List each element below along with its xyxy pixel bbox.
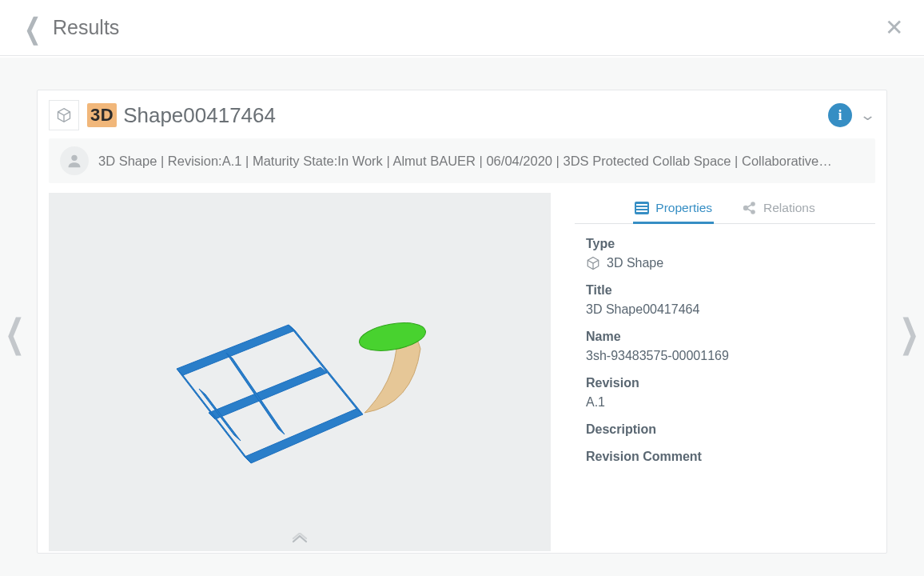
back-chevron-icon[interactable]: ❮ xyxy=(24,13,42,42)
properties-pane: Properties Relations Type xyxy=(575,193,875,551)
card-header: 3D Shape00417464 i ⌄ xyxy=(49,100,875,138)
type-thumbnail-icon[interactable] xyxy=(49,100,79,130)
prop-name-value: 3sh-93483575-00001169 xyxy=(586,349,872,363)
prop-name-label: Name xyxy=(586,330,872,344)
svg-point-15 xyxy=(751,210,755,214)
3d-viewer[interactable] xyxy=(49,193,551,551)
subheader-text: 3D Shape | Revision:A.1 | Maturity State… xyxy=(98,154,832,169)
3d-badge: 3D xyxy=(87,103,117,127)
prop-type-value: 3D Shape xyxy=(586,256,872,270)
tab-properties-label: Properties xyxy=(655,201,712,215)
properties-tab-icon xyxy=(635,202,649,214)
prop-revision: Revision A.1 xyxy=(586,376,872,410)
3d-model-preview xyxy=(49,193,551,551)
prop-title: Title 3D Shape00417464 xyxy=(586,283,872,317)
tab-relations[interactable]: Relations xyxy=(741,196,817,224)
top-bar-left: ❮ Results xyxy=(24,16,119,39)
svg-line-16 xyxy=(747,205,751,207)
svg-rect-11 xyxy=(636,207,647,209)
svg-marker-4 xyxy=(177,369,251,463)
cube-icon xyxy=(586,256,600,270)
result-card: 3D Shape00417464 i ⌄ 3D Shape | Revision… xyxy=(37,90,887,554)
prop-description: Description xyxy=(586,422,872,437)
svg-line-17 xyxy=(747,209,751,211)
svg-marker-1 xyxy=(177,325,295,375)
prop-type: Type 3D Shape xyxy=(586,237,872,270)
svg-marker-5 xyxy=(289,325,363,414)
subheader-bar: 3D Shape | Revision:A.1 | Maturity State… xyxy=(49,138,875,183)
prop-title-value: 3D Shape00417464 xyxy=(586,302,872,317)
prop-revision-comment: Revision Comment xyxy=(586,450,872,464)
top-bar: ❮ Results ✕ xyxy=(0,0,924,56)
card-header-left: 3D Shape00417464 xyxy=(49,100,276,130)
actions-chevron-down-icon[interactable]: ⌄ xyxy=(859,106,876,124)
item-title-text: Shape00417464 xyxy=(123,103,276,128)
tabs: Properties Relations xyxy=(575,193,875,224)
svg-rect-12 xyxy=(636,210,647,212)
svg-point-14 xyxy=(751,202,755,206)
svg-marker-3 xyxy=(245,409,363,463)
prop-revision-label: Revision xyxy=(586,376,872,390)
expand-viewer-chevron-up-icon[interactable] xyxy=(291,533,309,546)
prop-revision-comment-label: Revision Comment xyxy=(586,450,872,464)
svg-rect-10 xyxy=(636,204,647,206)
tab-relations-label: Relations xyxy=(763,201,815,215)
prop-revision-value: A.1 xyxy=(586,395,872,410)
relations-tab-icon xyxy=(743,202,757,214)
prop-name: Name 3sh-93483575-00001169 xyxy=(586,330,872,363)
owner-avatar-icon xyxy=(60,146,89,175)
card-body: Properties Relations Type xyxy=(49,193,875,551)
prop-description-label: Description xyxy=(586,422,872,437)
next-result-chevron-icon[interactable]: ❯ xyxy=(899,314,919,353)
prev-result-chevron-icon[interactable]: ❮ xyxy=(5,314,25,353)
prop-type-label: Type xyxy=(586,237,872,251)
item-title: 3D Shape00417464 xyxy=(87,103,276,128)
prop-title-label: Title xyxy=(586,283,872,298)
page-title: Results xyxy=(53,16,119,39)
property-list: Type 3D Shape Title xyxy=(575,224,875,464)
content-area: ❮ ❯ 3D Shape00417464 i ⌄ xyxy=(0,58,924,576)
info-icon[interactable]: i xyxy=(828,103,852,127)
svg-marker-7 xyxy=(199,389,241,441)
close-icon[interactable]: ✕ xyxy=(885,17,903,39)
card-header-right: i ⌄ xyxy=(828,103,874,127)
prop-type-value-text: 3D Shape xyxy=(607,256,663,270)
svg-point-0 xyxy=(71,155,77,161)
tab-properties[interactable]: Properties xyxy=(633,196,714,224)
